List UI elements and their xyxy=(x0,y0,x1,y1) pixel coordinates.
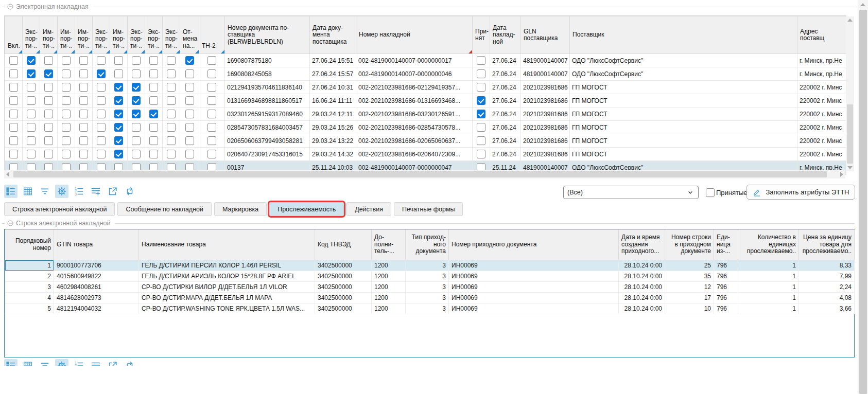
row-checkbox[interactable] xyxy=(132,96,141,105)
row-checkbox[interactable] xyxy=(9,96,18,105)
column-header[interactable]: Экс- пор- ти-.. xyxy=(23,16,40,54)
column-header[interactable]: GTIN товара xyxy=(54,229,139,260)
column-header[interactable]: Номер строки в приходном документе xyxy=(665,229,714,260)
row-checkbox[interactable] xyxy=(44,96,53,105)
grid-icon[interactable] xyxy=(21,185,34,198)
row-checkbox[interactable] xyxy=(9,123,18,132)
row-checkbox[interactable] xyxy=(477,69,485,78)
row-checkbox[interactable] xyxy=(477,123,485,132)
row-checkbox[interactable] xyxy=(132,110,141,118)
column-header[interactable]: Номер документа по- ставщика (BLRWBL/BLR… xyxy=(225,16,310,54)
row-checkbox[interactable] xyxy=(167,56,176,65)
row-checkbox[interactable] xyxy=(149,136,158,145)
numbered-list-icon[interactable]: 1 23 xyxy=(72,185,85,198)
row-checkbox[interactable] xyxy=(9,110,18,118)
row-checkbox[interactable] xyxy=(477,96,485,105)
row-checkbox[interactable] xyxy=(149,123,158,132)
list-view-icon[interactable] xyxy=(4,185,18,198)
column-header[interactable]: GLN поставщика xyxy=(521,16,570,54)
row-checkbox[interactable] xyxy=(114,150,123,158)
column-header[interactable]: Им- пор- ти-.. xyxy=(110,16,128,54)
filter-dropdown[interactable]: (Все) xyxy=(563,186,699,199)
row-checkbox[interactable] xyxy=(185,96,194,105)
tab-1[interactable]: Строка электронной накладной xyxy=(4,202,115,216)
waybill-table-hscrollbar[interactable] xyxy=(4,170,845,178)
row-checkbox[interactable] xyxy=(44,136,53,145)
column-header[interactable]: До- полни- тель-... xyxy=(372,229,406,260)
page-scroll-thumb[interactable] xyxy=(859,10,867,394)
filter-icon[interactable] xyxy=(38,185,51,198)
add-row-icon[interactable] xyxy=(89,359,102,366)
tab-6[interactable]: Печатные формы xyxy=(394,202,463,216)
row-checkbox[interactable] xyxy=(477,83,485,92)
row-checkbox[interactable] xyxy=(185,110,194,118)
open-external-icon[interactable] xyxy=(106,185,119,198)
row-checkbox[interactable] xyxy=(132,83,141,92)
row-checkbox[interactable] xyxy=(167,123,176,132)
waybill-table-vscrollbar[interactable] xyxy=(846,16,854,171)
hscroll-thumb[interactable] xyxy=(13,171,827,177)
open-external-icon[interactable] xyxy=(106,359,119,366)
row-checkbox[interactable] xyxy=(477,56,485,65)
row-checkbox[interactable] xyxy=(149,69,158,78)
row-checkbox[interactable] xyxy=(62,150,71,158)
row-checkbox[interactable] xyxy=(27,56,36,65)
row-checkbox[interactable] xyxy=(44,123,53,132)
row-checkbox[interactable] xyxy=(114,96,123,105)
row-checkbox[interactable] xyxy=(9,150,18,158)
scroll-left-arrow[interactable] xyxy=(6,172,9,177)
column-header[interactable]: Экс- пор- ти-.. xyxy=(145,16,163,54)
row-checkbox[interactable] xyxy=(477,110,485,118)
row-checkbox[interactable] xyxy=(114,69,123,78)
row-checkbox[interactable] xyxy=(79,150,88,158)
row-checkbox[interactable] xyxy=(62,110,71,118)
row-checkbox[interactable] xyxy=(44,69,53,78)
row-checkbox[interactable] xyxy=(185,83,194,92)
row-checkbox[interactable] xyxy=(27,110,36,118)
row-checkbox[interactable] xyxy=(79,136,88,145)
row-checkbox[interactable] xyxy=(97,83,106,92)
row-checkbox[interactable] xyxy=(114,123,123,132)
row-checkbox[interactable] xyxy=(207,83,216,92)
row-checkbox[interactable] xyxy=(207,110,216,118)
waybill-row[interactable]: 169080787518027.06.24 15:51002-481900014… xyxy=(5,54,846,67)
row-checkbox[interactable] xyxy=(132,150,141,158)
list-view-icon[interactable] xyxy=(4,359,18,366)
column-header[interactable]: ТН-2 xyxy=(199,16,225,54)
row-checkbox[interactable] xyxy=(97,69,106,78)
row-checkbox[interactable] xyxy=(207,123,216,132)
line-row[interactable]: 54812194004032СР-ВО Д/СТИР.WASHING TONE … xyxy=(5,303,855,314)
column-header[interactable]: Экс- пор- ти-.. xyxy=(128,16,145,54)
row-checkbox[interactable] xyxy=(27,136,36,145)
row-checkbox[interactable] xyxy=(149,110,158,118)
scroll-up-arrow[interactable] xyxy=(847,19,853,22)
row-checkbox[interactable] xyxy=(97,56,106,65)
row-checkbox[interactable] xyxy=(114,136,123,145)
row-checkbox[interactable] xyxy=(149,83,158,92)
row-checkbox[interactable] xyxy=(9,136,18,145)
row-checkbox[interactable] xyxy=(62,69,71,78)
column-header[interactable]: Порядковый номер xyxy=(5,229,54,260)
row-checkbox[interactable] xyxy=(167,96,176,105)
row-checkbox[interactable] xyxy=(97,150,106,158)
row-checkbox[interactable] xyxy=(207,69,216,78)
column-header[interactable]: Еди- ница из-... xyxy=(714,229,738,260)
column-header[interactable]: Им- пор- ти-.. xyxy=(75,16,93,54)
row-checkbox[interactable] xyxy=(44,110,53,118)
column-header[interactable]: Количество в единицах прослеживаемо.. xyxy=(738,229,799,260)
column-header[interactable]: Код ТНВЭД xyxy=(315,229,372,260)
row-checkbox[interactable] xyxy=(27,96,36,105)
column-header[interactable]: Поставщик xyxy=(570,16,797,54)
row-checkbox[interactable] xyxy=(9,83,18,92)
row-checkbox[interactable] xyxy=(167,136,176,145)
row-checkbox[interactable] xyxy=(477,136,485,145)
line-row[interactable]: 34602984008261СР-ВО Д/СТИРКИ ВИЛОР Д/ДЕТ… xyxy=(5,282,855,293)
row-checkbox[interactable] xyxy=(79,96,88,105)
column-header[interactable]: Им- пор- ти-.. xyxy=(40,16,58,54)
row-checkbox[interactable] xyxy=(185,136,194,145)
waybill-row[interactable]: 169080824505827.06.24 15:57002-481900014… xyxy=(5,67,846,81)
waybill-row[interactable]: 021294193570461183614027.06.24 10:31002-… xyxy=(5,81,846,94)
row-checkbox[interactable] xyxy=(207,150,216,158)
column-header[interactable]: При- нят xyxy=(473,16,490,54)
row-checkbox[interactable] xyxy=(62,83,71,92)
